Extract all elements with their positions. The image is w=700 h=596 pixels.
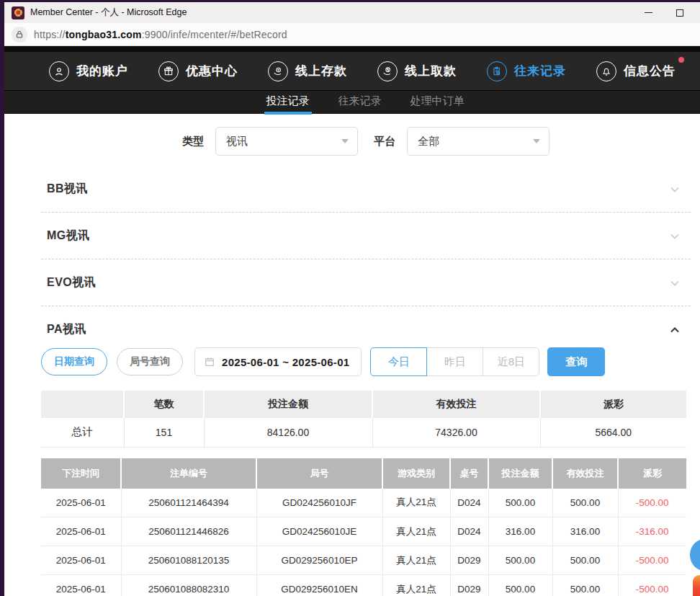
nav-item-deposit[interactable]: 线上存款 [268, 61, 347, 81]
url-text: https://tongbao31.com:9900/infe/mcenter/… [34, 29, 287, 40]
browser-window: Member Center - 个人 - Microsoft Edge http… [0, 0, 700, 596]
section-mg-video: MG视讯 [41, 213, 691, 259]
nav-item-promotions[interactable]: 优惠中心 [158, 61, 238, 81]
column-header: 局号 [256, 458, 382, 489]
nav-item-transaction-records[interactable]: 往来记录 [487, 61, 566, 81]
section-pa-video: PA视讯 日期查询 局号查询 2025-06-01 ~ 2025-06-01 今… [41, 306, 691, 596]
chevron-down-icon [668, 276, 682, 290]
summary-header-row: 笔数 投注金额 有效投注 派彩 [41, 391, 686, 418]
table-cell: 250601121464394 [121, 489, 256, 517]
table-cell: 250601088082310 [121, 575, 256, 596]
column-header: 派彩 [618, 458, 686, 489]
total-payout: 5664.00 [540, 418, 686, 447]
table-cell: D024 [450, 489, 488, 517]
column-header: 桌号 [450, 458, 488, 489]
table-cell: 真人21点 [382, 546, 450, 575]
column-header: 有效投注 [372, 391, 540, 418]
column-header: 注单编号 [121, 458, 256, 489]
pa-query-controls: 日期查询 局号查询 2025-06-01 ~ 2025-06-01 今日 昨日 … [41, 347, 691, 376]
type-filter-label: 类型 [182, 135, 204, 148]
round-query-button[interactable]: 局号查询 [117, 348, 183, 375]
table-cell: 真人21点 [382, 517, 450, 546]
table-cell: 316.00 [488, 517, 552, 546]
type-select[interactable]: 视讯 [215, 127, 358, 156]
detail-table-body: 2025-06-01250601121464394GD024256010JF真人… [41, 489, 686, 596]
nav-item-announcements[interactable]: 信息公告 [596, 61, 676, 81]
page-content: 类型 视讯 平台 全部 BB视讯 MG视讯 [4, 114, 700, 596]
chevron-down-icon [668, 229, 682, 244]
table-cell: -500.00 [618, 575, 686, 596]
site-favicon [12, 6, 24, 19]
maximize-button[interactable] [664, 2, 696, 23]
table-cell: 250601121446826 [121, 517, 256, 546]
date-query-button[interactable]: 日期查询 [41, 348, 107, 375]
notification-dot [678, 57, 684, 63]
window-title: Member Center - 个人 - Microsoft Edge [30, 6, 187, 19]
yesterday-button[interactable]: 昨日 [426, 347, 483, 376]
chevron-up-icon [668, 323, 682, 337]
column-header: 下注时间 [41, 458, 121, 489]
table-cell: 500.00 [552, 575, 618, 596]
summary-total-row: 总计 151 84126.00 74326.00 5664.00 [41, 418, 686, 447]
column-header: 投注金额 [204, 391, 372, 418]
table-cell: 500.00 [552, 489, 618, 517]
table-cell: GD029256010EP [256, 546, 382, 575]
platform-filter-label: 平台 [374, 135, 395, 148]
table-cell: D029 [450, 546, 488, 575]
column-header: 笔数 [124, 391, 204, 418]
maximize-icon [676, 9, 683, 17]
search-button[interactable]: 查询 [547, 347, 605, 376]
nav-item-withdraw[interactable]: 线上取款 [377, 61, 457, 81]
table-cell: -316.00 [618, 517, 686, 546]
main-navigation: 我的账户 优惠中心 线上存款 [4, 52, 700, 90]
table-cell: GD029256010EN [256, 575, 382, 596]
total-count: 151 [124, 418, 204, 447]
minimize-icon [645, 12, 652, 13]
table-cell: D029 [450, 575, 488, 596]
window-titlebar[interactable]: Member Center - 个人 - Microsoft Edge [4, 2, 700, 23]
section-header-bb[interactable]: BB视讯 [41, 166, 691, 212]
last-8-days-button[interactable]: 近8日 [483, 347, 539, 376]
table-cell: 2025-06-01 [41, 489, 121, 517]
table-cell: -500.00 [618, 546, 686, 575]
lock-icon[interactable] [12, 27, 27, 43]
chevron-down-icon [533, 139, 540, 143]
column-header: 投注金额 [488, 458, 552, 489]
column-header [41, 391, 124, 418]
today-button[interactable]: 今日 [370, 347, 427, 376]
table-cell: 真人21点 [382, 489, 450, 517]
section-header-evo[interactable]: EVO视讯 [41, 259, 691, 306]
column-header: 有效投注 [552, 458, 618, 489]
table-cell: 2025-06-01 [41, 575, 121, 596]
floating-promo-button[interactable] [693, 575, 700, 596]
filter-row: 类型 视讯 平台 全部 [41, 127, 691, 156]
table-row: 2025-06-01250601121464394GD024256010JF真人… [41, 489, 686, 517]
table-cell: 真人21点 [382, 575, 450, 596]
platform-select[interactable]: 全部 [407, 127, 549, 156]
section-evo-video: EVO视讯 [41, 259, 691, 306]
tab-transaction-records[interactable]: 往来记录 [336, 91, 384, 115]
table-cell: D024 [450, 517, 488, 546]
table-cell: 2025-06-01 [41, 517, 121, 546]
table-row: 2025-06-01250601121446826GD024256010JE真人… [41, 517, 686, 546]
gift-icon [158, 61, 179, 81]
total-valid-bet: 74326.00 [372, 418, 540, 447]
quick-date-group: 今日 昨日 近8日 [370, 347, 539, 376]
minimize-button[interactable] [632, 2, 664, 23]
bell-icon [596, 61, 616, 81]
address-bar[interactable]: https://tongbao31.com:9900/infe/mcenter/… [4, 23, 700, 46]
tab-bet-records[interactable]: 投注记录 [264, 91, 312, 115]
tab-pending-orders[interactable]: 处理中订单 [408, 91, 467, 115]
table-cell: 500.00 [488, 575, 552, 596]
date-range-input[interactable]: 2025-06-01 ~ 2025-06-01 [194, 347, 362, 376]
section-header-pa[interactable]: PA视讯 [41, 306, 691, 346]
table-cell: 500.00 [552, 546, 618, 575]
nav-item-my-account[interactable]: 我的账户 [49, 61, 128, 81]
user-icon [49, 61, 69, 81]
total-bet-amount: 84126.00 [204, 418, 372, 447]
table-cell: -500.00 [618, 489, 686, 517]
section-header-mg[interactable]: MG视讯 [41, 213, 691, 259]
table-row: 2025-06-01250601088120135GD029256010EP真人… [41, 546, 686, 575]
sub-navigation: 投注记录 往来记录 处理中订单 [4, 90, 700, 114]
table-cell: GD024256010JE [256, 517, 382, 546]
